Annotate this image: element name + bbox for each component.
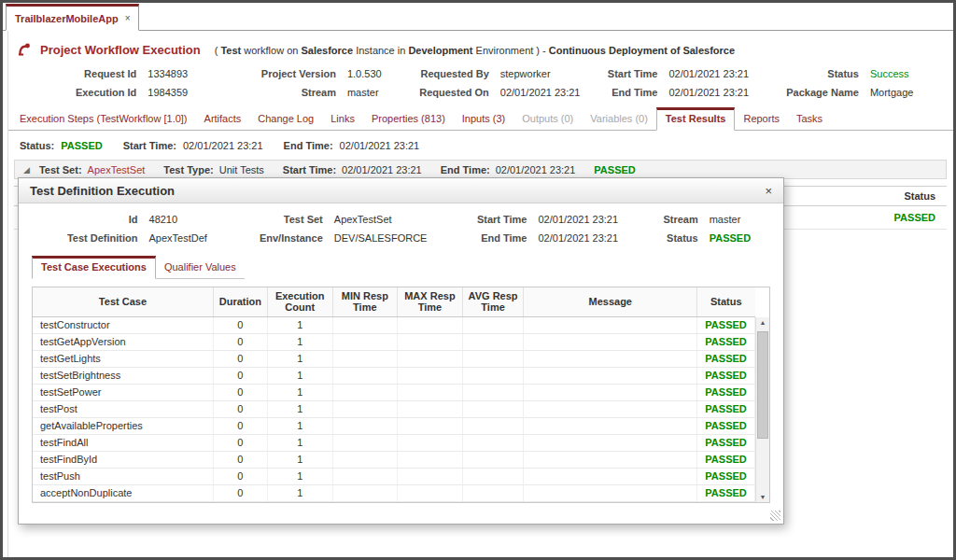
column-header-status[interactable]: Status xyxy=(697,287,755,316)
stream-label: Stream xyxy=(229,87,336,98)
start-time-value: 02/01/2021 23:21 xyxy=(668,68,770,79)
summary-group-requested: Requested By stepworker Requested On 02/… xyxy=(414,68,585,98)
requested-on-value: 02/01/2021 23:21 xyxy=(500,87,585,98)
resize-handle[interactable] xyxy=(770,511,780,521)
tab-inputs-3[interactable]: Inputs (3) xyxy=(454,108,513,130)
requested-by-label: Requested By xyxy=(414,68,488,79)
test-set-link[interactable]: ApexTestSet xyxy=(88,164,146,175)
cell-max xyxy=(398,434,463,451)
cell-avg xyxy=(462,350,524,367)
tab-links[interactable]: Links xyxy=(322,108,363,130)
results-status-label: Status: xyxy=(20,140,54,151)
col-status: Status xyxy=(892,190,935,202)
table-row[interactable]: testSetBrightness01PASSED xyxy=(33,367,755,384)
cell-avg xyxy=(462,468,524,484)
cell-status: PASSED xyxy=(697,367,755,384)
table-row[interactable]: testConstructor01PASSED xyxy=(33,316,755,333)
status-badge: Success xyxy=(870,68,929,79)
set-start-value: 02/01/2021 23:21 xyxy=(342,164,422,175)
project-version-label: Project Version xyxy=(229,68,336,79)
cell-status: PASSED xyxy=(697,400,755,417)
dialog-fields: Id 48210 Test Definition ApexTestDef Tes… xyxy=(19,203,783,245)
table-row[interactable]: testPost01PASSED xyxy=(33,400,755,417)
subtitle-environment-name: Development xyxy=(408,45,472,56)
test-definition-execution-dialog: Test Definition Execution × Id 48210 Tes… xyxy=(18,177,784,525)
cell-execution-count: 1 xyxy=(267,468,332,484)
cell-status: PASSED xyxy=(697,484,755,501)
tab-tasks[interactable]: Tasks xyxy=(788,108,831,130)
cell-test-case: testGetLights xyxy=(33,350,213,367)
table-row[interactable]: testPush01PASSED xyxy=(33,468,755,484)
cell-min xyxy=(332,367,398,384)
table-row[interactable]: testGetLights01PASSED xyxy=(33,350,755,367)
column-header-test-case[interactable]: Test Case xyxy=(33,287,213,316)
cell-test-case: testFindAll xyxy=(33,434,213,451)
dialog-tab-bar: Test Case ExecutionsQualifier Values xyxy=(32,256,245,279)
table-row[interactable]: testFindAll01PASSED xyxy=(33,434,755,451)
cell-execution-count: 1 xyxy=(267,350,332,367)
cell-max xyxy=(398,468,463,484)
cell-message xyxy=(524,384,697,400)
set-start-label: Start Time: xyxy=(283,164,336,175)
cell-test-case: testFindById xyxy=(33,451,213,468)
cell-min xyxy=(332,484,398,501)
table-row[interactable]: acceptNonDuplicate01PASSED xyxy=(33,484,755,501)
cell-avg xyxy=(462,400,524,417)
tab-execution-steps-testworkflow-1-0[interactable]: Execution Steps (TestWorkflow [1.0]) xyxy=(11,108,196,130)
results-start-label: Start Time: xyxy=(123,140,176,151)
cell-avg xyxy=(462,316,524,333)
column-header-message[interactable]: Message xyxy=(524,287,697,316)
cell-duration: 0 xyxy=(213,367,267,384)
tab-reports[interactable]: Reports xyxy=(735,108,788,130)
summary-group-status: Status Success Package Name Mortgage xyxy=(771,68,929,98)
page-title: Project Workflow Execution xyxy=(40,43,201,57)
test-case-header-row: Test CaseDurationExecution CountMIN Resp… xyxy=(33,287,755,316)
cell-min xyxy=(332,350,398,367)
tab-test-case-executions[interactable]: Test Case Executions xyxy=(32,256,156,279)
tab-properties-813[interactable]: Properties (813) xyxy=(363,108,454,130)
page-header: Project Workflow Execution ( Test workfl… xyxy=(8,31,953,58)
cell-max xyxy=(398,384,463,400)
dialog-test-definition-value: ApexTestDef xyxy=(149,232,239,244)
column-header-duration[interactable]: Duration xyxy=(213,287,267,316)
cell-avg xyxy=(462,451,524,468)
scroll-up-icon[interactable]: ▲ xyxy=(756,319,769,326)
cell-execution-count: 1 xyxy=(267,367,332,384)
cell-test-case: testSetBrightness xyxy=(33,367,213,384)
window-tab-trailblazermobileapp[interactable]: TrailblazerMobileApp × xyxy=(6,4,139,31)
summary-group-ids: Request Id 1334893 Execution Id 1984359 xyxy=(35,68,229,98)
cell-duration: 0 xyxy=(213,451,267,468)
table-row[interactable]: getAvailableProperties01PASSED xyxy=(33,417,755,434)
scrollbar[interactable]: ▲ ▼ xyxy=(755,317,769,502)
tab-artifacts[interactable]: Artifacts xyxy=(196,108,250,130)
tab-test-results[interactable]: Test Results xyxy=(656,107,736,131)
tab-qualifier-values[interactable]: Qualifier Values xyxy=(156,257,245,278)
scrollbar-thumb[interactable] xyxy=(757,331,768,439)
cell-message xyxy=(524,417,697,434)
cell-min xyxy=(332,384,398,400)
column-header-min-resp-time[interactable]: MIN Resp Time xyxy=(332,287,398,316)
tab-change-log[interactable]: Change Log xyxy=(249,108,322,130)
dialog-title-bar[interactable]: Test Definition Execution × xyxy=(19,178,783,203)
collapse-icon[interactable]: ◢ xyxy=(23,165,30,175)
column-header-execution-count[interactable]: Execution Count xyxy=(267,287,332,316)
cell-min xyxy=(332,434,398,451)
cell-min xyxy=(332,316,398,333)
column-header-max-resp-time[interactable]: MAX Resp Time xyxy=(398,287,463,316)
column-header-avg-resp-time[interactable]: AVG Resp Time xyxy=(462,287,524,316)
cell-avg xyxy=(462,333,524,350)
table-row[interactable]: testFindById01PASSED xyxy=(33,451,755,468)
table-row[interactable]: testGetAppVersion01PASSED xyxy=(33,333,755,350)
cell-message xyxy=(524,350,697,367)
table-row[interactable]: testSetPower01PASSED xyxy=(33,384,755,400)
tab-outputs-0: Outputs (0) xyxy=(513,108,582,130)
close-icon[interactable]: × xyxy=(125,13,131,23)
cell-duration: 0 xyxy=(213,316,267,333)
cell-test-case: testConstructor xyxy=(33,316,213,333)
cell-test-case: getAvailableProperties xyxy=(33,417,213,434)
results-status-badge: PASSED xyxy=(61,140,102,151)
scroll-down-icon[interactable]: ▼ xyxy=(756,494,769,500)
dialog-close-icon[interactable]: × xyxy=(765,184,772,198)
dialog-status-label: Status xyxy=(647,232,697,244)
subtitle-workflow-name: Test xyxy=(220,45,241,56)
